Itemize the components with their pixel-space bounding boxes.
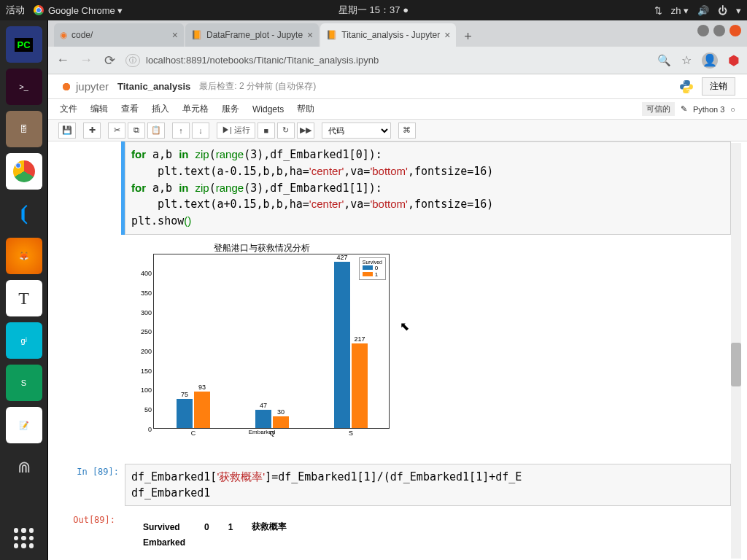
url-input[interactable]: ⓘ localhost:8891/notebooks/Titanic/Titan… (125, 54, 649, 67)
window-close[interactable] (729, 25, 741, 36)
ublock-icon[interactable]: ⬢ (728, 52, 740, 69)
dock-anydesk[interactable]: ⋒ (6, 449, 42, 486)
kernel-name[interactable]: Python 3 (693, 105, 724, 114)
app-menu[interactable]: Google Chrome ▾ (48, 5, 123, 16)
notebook-icon: 📙 (326, 30, 337, 40)
add-cell-button[interactable]: ✚ (83, 122, 101, 139)
python-icon (678, 79, 694, 95)
interrupt-button[interactable]: ■ (258, 122, 275, 139)
dataframe-output: Survived01获救概率 Embarked (121, 512, 731, 551)
svg-point-0 (684, 81, 685, 82)
dock-show-apps[interactable] (9, 524, 39, 553)
edit-icon[interactable]: ✎ (681, 104, 687, 114)
forward-button[interactable]: → (79, 52, 93, 68)
window-maximize[interactable] (713, 25, 725, 36)
window-minimize[interactable] (697, 25, 709, 36)
dock-chrome[interactable] (6, 153, 42, 190)
notebook-icon: 📙 (191, 30, 202, 40)
menu-insert[interactable]: 插入 (152, 103, 169, 115)
notebook-name[interactable]: Titanic_analysis (117, 81, 190, 92)
dock-app-teal[interactable]: gʲ (6, 322, 42, 359)
close-icon[interactable]: × (444, 29, 450, 41)
reload-button[interactable]: ⟳ (102, 52, 117, 69)
chrome-icon (34, 5, 44, 15)
activities-button[interactable]: 活动 (6, 4, 25, 17)
menu-file[interactable]: 文件 (60, 103, 77, 115)
scrollbar[interactable] (731, 143, 741, 559)
input-method-icon[interactable]: zh ▾ (671, 5, 689, 16)
menu-widgets[interactable]: Widgets (252, 104, 284, 114)
dock-text[interactable]: T (6, 280, 42, 316)
notebook-header: jupyter Titanic_analysis 最后检查: 2 分钟前 (自动… (48, 74, 747, 99)
dock-vscode[interactable]: ⦗ (6, 195, 42, 232)
move-up-button[interactable]: ↑ (172, 122, 190, 139)
bar-chart: 登船港口与获救情况分析 050100150200250300350400C759… (127, 241, 397, 452)
output-prompt: Out[89]: (57, 515, 115, 525)
power-icon[interactable]: ⏻ (718, 5, 727, 16)
menu-bar: 文件 编辑 查看 插入 单元格 服务 Widgets 帮助 可信的 ✎ Pyth… (48, 99, 747, 120)
tab-dataframe[interactable]: 📙DataFrame_plot - Jupyte× (185, 23, 319, 47)
clock[interactable]: 星期一 15：37 ● (338, 4, 409, 17)
restart-run-button[interactable]: ▶▶ (297, 122, 314, 139)
gnome-topbar: 活动 Google Chrome ▾ 星期一 15：37 ● ⇅ zh ▾ 🔊 … (0, 0, 747, 20)
toolbar: 💾 ✚ ✂ ⧉ 📋 ↑ ↓ ▶| 运行 ■ ↻ ▶▶ 代码 ⌘ (48, 120, 747, 141)
search-icon[interactable]: 🔍 (657, 54, 671, 67)
cut-button[interactable]: ✂ (108, 122, 125, 139)
jupyter-logo[interactable]: jupyter (60, 80, 109, 93)
code-cell[interactable]: In [89]: df_Embarked1['获救概率']=df_Embarke… (121, 464, 731, 507)
bookmark-icon[interactable]: ☆ (681, 53, 692, 67)
network-icon[interactable]: ⇅ (654, 5, 662, 16)
dock-notes[interactable]: 📝 (6, 407, 42, 443)
code-input[interactable]: for a,b in zip(range(3),df_Embarked1[0])… (125, 141, 731, 235)
celltype-select[interactable]: 代码 (322, 122, 391, 139)
close-icon[interactable]: × (172, 29, 178, 41)
menu-view[interactable]: 查看 (121, 103, 139, 115)
chart-title: 登船港口与获救情况分析 (127, 241, 397, 254)
copy-button[interactable]: ⧉ (128, 122, 145, 139)
code-cell[interactable]: for a,b in zip(range(3),df_Embarked1[0])… (121, 141, 731, 235)
kernel-status-icon: ○ (730, 105, 735, 114)
dock-firefox[interactable]: 🦊 (6, 238, 42, 274)
close-icon[interactable]: × (307, 29, 313, 41)
move-down-button[interactable]: ↓ (192, 122, 209, 139)
menu-cell[interactable]: 单元格 (182, 103, 209, 115)
new-tab-button[interactable]: + (457, 26, 478, 47)
dock-pycharm[interactable]: PC (6, 26, 42, 63)
chart-xlabel: Embarked (127, 429, 397, 435)
menu-help[interactable]: 帮助 (297, 103, 314, 115)
jupyter-notebook: jupyter Titanic_analysis 最后检查: 2 分钟前 (自动… (48, 74, 747, 560)
logout-button[interactable]: 注销 (702, 77, 735, 96)
command-palette-button[interactable]: ⌘ (398, 122, 416, 139)
trusted-indicator[interactable]: 可信的 (642, 102, 675, 116)
run-button[interactable]: ▶| 运行 (217, 122, 255, 139)
chrome-window: ◉code/× 📙DataFrame_plot - Jupyte× 📙Titan… (48, 20, 747, 560)
system-menu-icon[interactable]: ▾ (736, 5, 741, 16)
menu-kernel[interactable]: 服务 (222, 103, 239, 115)
dock-wps[interactable]: S (6, 365, 42, 401)
jupyter-icon: ◉ (60, 30, 67, 40)
tab-code[interactable]: ◉code/× (54, 23, 184, 47)
profile-avatar[interactable]: 👤 (702, 52, 718, 69)
input-prompt: In [89]: (61, 467, 119, 477)
code-input[interactable]: df_Embarked1['获救概率']=df_Embarked1[1]/(df… (125, 464, 731, 507)
notebook-cells[interactable]: for a,b in zip(range(3),df_Embarked1[0])… (48, 141, 747, 560)
save-button[interactable]: 💾 (58, 122, 76, 139)
checkpoint-status: 最后检查: 2 分钟前 (自动保存) (199, 80, 316, 93)
volume-icon[interactable]: 🔊 (697, 5, 709, 16)
restart-button[interactable]: ↻ (277, 122, 295, 139)
site-info-icon[interactable]: ⓘ (125, 54, 140, 67)
output-cell: Out[89]: Survived01获救概率 Embarked (121, 512, 731, 551)
address-bar: ← → ⟳ ⓘ localhost:8891/notebooks/Titanic… (48, 47, 747, 74)
menu-edit[interactable]: 编辑 (90, 103, 108, 115)
back-button[interactable]: ← (55, 52, 70, 68)
dock-terminal[interactable]: >_ (6, 69, 42, 105)
output-chart: 登船港口与获救情况分析 050100150200250300350400C759… (121, 235, 731, 458)
svg-point-1 (688, 91, 689, 92)
tab-titanic[interactable]: 📙Titanic_analysis - Jupyter× (320, 23, 456, 47)
ubuntu-dock: PC >_ 🗄 ⦗ 🦊 T gʲ S 📝 ⋒ (0, 20, 48, 560)
paste-button[interactable]: 📋 (147, 122, 165, 139)
dock-files[interactable]: 🗄 (6, 111, 42, 147)
tab-strip: ◉code/× 📙DataFrame_plot - Jupyte× 📙Titan… (48, 20, 747, 47)
